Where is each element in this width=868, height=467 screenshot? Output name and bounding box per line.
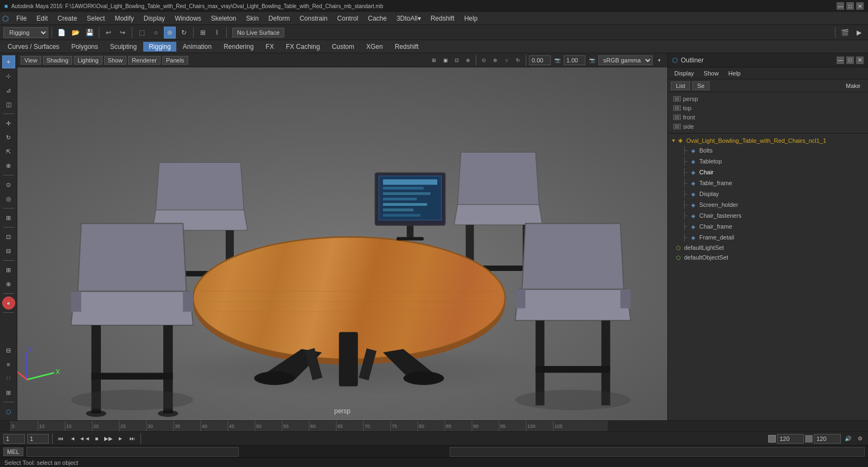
module-animation[interactable]: Animation: [177, 42, 217, 52]
render-region-icon[interactable]: ⊡: [2, 230, 15, 243]
save-scene-icon[interactable]: 💾: [84, 27, 95, 39]
grid-dots-icon[interactable]: ∷: [2, 372, 15, 385]
camera-side[interactable]: side: [671, 122, 865, 131]
open-scene-icon[interactable]: 📂: [69, 27, 81, 39]
ipr-icon[interactable]: ▶: [853, 27, 865, 39]
play-back-icon[interactable]: ◄◄: [80, 434, 90, 444]
camera-top[interactable]: top: [671, 104, 865, 112]
frame-range-end-input[interactable]: [777, 434, 804, 444]
menu-constrain[interactable]: Constrain: [295, 14, 331, 23]
vp-cam2-icon[interactable]: 📷: [587, 55, 597, 65]
outliner-item-chair-fasteners[interactable]: ◈ Chair_fasteners: [668, 210, 868, 221]
menu-edit[interactable]: Edit: [32, 14, 52, 23]
outliner-item-frame-detail[interactable]: ◈ Frame_detail: [668, 232, 868, 243]
rotate-icon[interactable]: ↻: [178, 27, 190, 39]
outliner-item-chair[interactable]: ◈ Chair: [668, 167, 868, 178]
outliner-item-table-frame[interactable]: ◈ Table_frame: [668, 178, 868, 188]
camera-persp[interactable]: persp: [671, 94, 865, 103]
audio-icon[interactable]: 🔊: [843, 434, 853, 444]
outliner-item-screen-holder[interactable]: ◈ Screen_holder: [668, 199, 868, 210]
outliner-minimize-btn[interactable]: —: [837, 56, 844, 64]
snap-grid-icon[interactable]: ⊞: [197, 27, 209, 39]
vp-panels-btn[interactable]: Panels: [162, 56, 188, 65]
rotate-tool-icon[interactable]: ↻: [2, 131, 15, 144]
vp-manip-icon[interactable]: ⊛: [490, 55, 500, 65]
redo-icon[interactable]: ↪: [117, 27, 129, 39]
move-icon[interactable]: ⊕: [164, 27, 176, 39]
show-hide-icon[interactable]: ⊞: [2, 211, 15, 224]
anim-prefs-icon[interactable]: ⚙: [855, 434, 865, 444]
camera-measure-icon[interactable]: ⊟: [2, 244, 15, 257]
vp-lighting-btn[interactable]: Lighting: [74, 56, 103, 65]
outliner-menu-show[interactable]: Show: [699, 69, 723, 78]
vp-renderer-btn[interactable]: Renderer: [128, 56, 161, 65]
universal-manip-icon[interactable]: ⊕: [2, 159, 15, 172]
module-sculpting[interactable]: Sculpting: [105, 42, 142, 52]
vp-gamma-select[interactable]: sRGB gamma: [598, 55, 653, 65]
vp-circle-icon[interactable]: ○: [502, 55, 512, 65]
menu-deform[interactable]: Deform: [264, 14, 294, 23]
lasso-icon[interactable]: ○: [150, 27, 162, 39]
vp-snap-icon[interactable]: ⊕: [463, 55, 473, 65]
maximize-button[interactable]: □: [846, 2, 854, 10]
vp-refresh-icon[interactable]: ↻: [513, 55, 523, 65]
viewport-canvas[interactable]: X Y Z persp: [17, 67, 667, 420]
new-scene-icon[interactable]: 📄: [55, 27, 67, 39]
outliner-item-tabletop[interactable]: ◈ Tabletop: [668, 156, 868, 167]
mode-dropdown[interactable]: Rigging Animation Modeling: [3, 27, 48, 38]
camera-front[interactable]: front: [671, 113, 865, 122]
module-polygons[interactable]: Polygons: [66, 42, 103, 52]
soft-select-icon[interactable]: ⊙: [2, 178, 15, 191]
outliner-menu-display[interactable]: Display: [670, 69, 698, 78]
grid-icon[interactable]: ⊞: [2, 263, 15, 276]
outliner-item-display[interactable]: ◈ Display: [668, 188, 868, 199]
edge-select-icon[interactable]: ⊿: [2, 84, 15, 97]
color-icon[interactable]: ●: [2, 296, 15, 310]
grid-lines-icon[interactable]: ≡: [2, 358, 15, 371]
outliner-root-item[interactable]: ▾ ◈ Oval_Light_Bowling_Table_with_Red_Ch…: [668, 136, 868, 145]
vp-view-btn[interactable]: View: [21, 56, 41, 65]
vp-cam-icon[interactable]: 📷: [552, 55, 562, 65]
menu-create[interactable]: Create: [53, 14, 81, 23]
menu-skin[interactable]: Skin: [242, 14, 263, 23]
frame-start-input[interactable]: [3, 434, 25, 444]
vp-mode1-icon[interactable]: ▣: [441, 55, 450, 65]
mel-toggle-btn[interactable]: MEL: [3, 447, 23, 456]
menu-windows[interactable]: Windows: [170, 14, 206, 23]
go-to-start-icon[interactable]: ⏮: [56, 434, 66, 444]
grid-dots2-icon[interactable]: ⊞: [2, 386, 15, 399]
vp-toggle-icon[interactable]: ⊞: [429, 55, 439, 65]
outliner-item-chair-frame[interactable]: ◈ Chair_frame: [668, 221, 868, 232]
module-curves-surfaces[interactable]: Curves / Surfaces: [2, 42, 65, 52]
face-select-icon[interactable]: ◫: [2, 98, 15, 111]
outliner-menu-help[interactable]: Help: [724, 69, 745, 78]
menu-help[interactable]: Help: [460, 14, 482, 23]
close-button[interactable]: ✕: [856, 2, 864, 10]
vp-mode2-icon[interactable]: ⊡: [452, 55, 462, 65]
undo-icon[interactable]: ↩: [103, 27, 114, 39]
outliner-close-btn[interactable]: ✕: [856, 56, 864, 64]
frame-current-input[interactable]: [27, 434, 49, 444]
vertex-select-icon[interactable]: ⊹: [2, 70, 15, 83]
outliner-item-default-object-set[interactable]: ⬡ defaultObjectSet: [668, 253, 868, 262]
outliner-item-default-light-set[interactable]: ⬡ defaultLightSet: [668, 243, 868, 253]
stop-icon[interactable]: ■: [92, 434, 101, 444]
grid-display-icon[interactable]: ⊟: [2, 344, 15, 357]
menu-modify[interactable]: Modify: [110, 14, 138, 23]
menu-control[interactable]: Control: [333, 14, 363, 23]
axis-icon[interactable]: ⊕: [2, 277, 15, 291]
module-xgen[interactable]: XGen: [361, 42, 388, 52]
menu-display[interactable]: Display: [139, 14, 169, 23]
mel-input[interactable]: [27, 447, 239, 457]
paint-select-icon[interactable]: ◎: [2, 192, 15, 205]
menu-cache[interactable]: Cache: [363, 14, 391, 23]
menu-select[interactable]: Select: [82, 14, 109, 23]
module-redshift[interactable]: Redshift: [390, 42, 424, 52]
module-rigging[interactable]: Rigging: [143, 42, 176, 52]
module-custom[interactable]: Custom: [327, 42, 360, 52]
range-drag-icon[interactable]: [805, 435, 813, 443]
snap-curve-icon[interactable]: ⌇: [211, 27, 223, 39]
vp-gamma2-input[interactable]: [564, 55, 585, 65]
go-to-end-icon[interactable]: ⏭: [127, 434, 137, 444]
frame-end-input[interactable]: [814, 434, 841, 444]
